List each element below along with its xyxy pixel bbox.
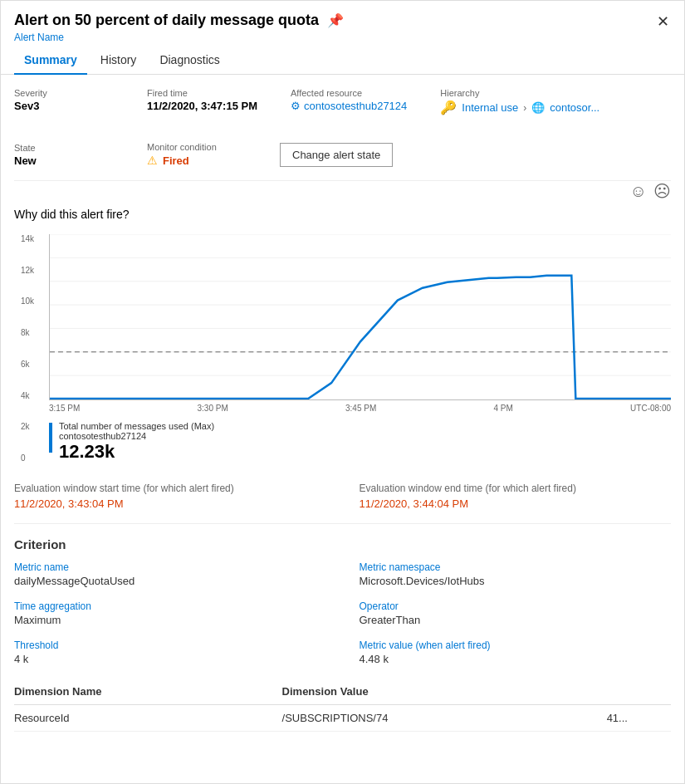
legend-title: Total number of messages used (Max) [59, 421, 214, 431]
x-axis: 3:15 PM 3:30 PM 3:45 PM 4 PM UTC-08:00 [49, 400, 671, 413]
eval-start-label: Evaluation window start time (for which … [14, 483, 326, 494]
metric-namespace-item: Metric namespace Microsoft.Devices/IotHu… [360, 561, 672, 587]
dim-col3-header [607, 679, 671, 705]
monitor-condition-value: Fired [163, 154, 189, 167]
threshold-label: Threshold [14, 639, 326, 651]
y-label-8k: 8k [21, 328, 46, 337]
metric-value-item: Metric value (when alert fired) 4.48 k [360, 639, 672, 665]
content-area: Severity Sev3 Fired time 11/2/2020, 3:47… [1, 75, 684, 745]
severity-item: Severity Sev3 [14, 88, 114, 112]
chart-title: Why did this alert fire? [14, 208, 671, 221]
severity-label: Severity [14, 88, 114, 98]
title-text: Alert on 50 percent of daily message quo… [14, 12, 319, 29]
affected-resource-item: Affected resource ⚙contosotesthub27124 [291, 88, 407, 112]
table-row: ResourceId /SUBSCRIPTIONS/74 41... [14, 705, 671, 732]
threshold-item: Threshold 4 k [14, 639, 326, 665]
alert-name-label: Alert Name [14, 32, 655, 43]
eval-start-value: 11/2/2020, 3:43:04 PM [14, 497, 326, 510]
time-aggregation-item: Time aggregation Maximum [14, 600, 326, 626]
dim-col1-header: Dimension Name [14, 679, 282, 705]
dim-extra-cell: 41... [607, 705, 671, 732]
feedback-row: ☺ ☹ [14, 181, 671, 201]
tab-summary[interactable]: Summary [14, 47, 87, 75]
operator-item: Operator GreaterThan [360, 600, 672, 626]
time-aggregation-value: Maximum [14, 614, 326, 626]
tab-diagnostics[interactable]: Diagnostics [149, 47, 229, 75]
operator-label: Operator [360, 600, 672, 612]
x-label-345: 3:45 PM [345, 404, 376, 413]
info-row-1: Severity Sev3 Fired time 11/2/2020, 3:47… [14, 88, 671, 125]
criterion-title: Criterion [14, 537, 671, 551]
operator-value: GreaterThan [360, 614, 672, 626]
eval-end-label: Evaluation window end time (for which al… [360, 483, 672, 494]
eval-start: Evaluation window start time (for which … [14, 483, 326, 510]
metric-value-value: 4.48 k [360, 653, 672, 665]
legend-bar [49, 423, 52, 453]
monitor-condition-item: Monitor condition ⚠ Fired [147, 142, 247, 167]
dimension-table: Dimension Name Dimension Value ResourceI… [14, 679, 671, 732]
monitor-condition-label: Monitor condition [147, 142, 247, 152]
y-label-14k: 14k [21, 234, 46, 243]
alert-panel: Alert on 50 percent of daily message quo… [0, 0, 685, 784]
globe-icon: 🌐 [531, 101, 545, 114]
criterion-section: Criterion Metric name dailyMessageQuotaU… [14, 537, 671, 665]
dim-value-cell: /SUBSCRIPTIONS/74 [282, 705, 607, 732]
chart-svg [50, 234, 671, 399]
x-label-330: 3:30 PM [198, 404, 228, 413]
chevron-right-icon: › [523, 102, 526, 114]
metric-value-label: Metric value (when alert fired) [360, 639, 672, 651]
hierarchy-item2[interactable]: contosor... [550, 101, 599, 114]
title-area: Alert on 50 percent of daily message quo… [14, 11, 655, 43]
hierarchy-label: Hierarchy [440, 88, 599, 98]
y-label-10k: 10k [21, 296, 46, 306]
close-icon[interactable]: ✕ [655, 11, 671, 32]
chart-container: 14k 12k 10k 8k 6k 4k 2k 0 [21, 234, 671, 463]
panel-header: Alert on 50 percent of daily message quo… [1, 1, 684, 47]
metric-name-value: dailyMessageQuotaUsed [14, 575, 326, 587]
x-label-4pm: 4 PM [494, 404, 513, 413]
state-value: New [14, 154, 114, 167]
fired-time-value: 11/2/2020, 3:47:15 PM [147, 100, 257, 112]
affected-resource-label: Affected resource [291, 88, 407, 98]
severity-value: Sev3 [14, 100, 114, 112]
legend-value: 12.23k [59, 441, 214, 463]
hierarchy-value: 🔑 Internal use › 🌐 contosor... [440, 100, 599, 115]
metric-namespace-value: Microsoft.Devices/IotHubs [360, 575, 672, 587]
y-axis: 14k 12k 10k 8k 6k 4k 2k 0 [21, 234, 46, 463]
affected-resource-value[interactable]: ⚙contosotesthub27124 [291, 100, 407, 112]
eval-end: Evaluation window end time (for which al… [360, 483, 672, 510]
metric-namespace-label: Metric namespace [360, 561, 672, 573]
key-icon: 🔑 [440, 100, 457, 115]
y-label-12k: 12k [21, 266, 46, 275]
legend-subtitle: contosotesthub27124 [59, 431, 214, 441]
eval-end-value: 11/2/2020, 3:44:04 PM [360, 497, 672, 510]
warning-icon: ⚠ [147, 154, 158, 167]
state-item: State New [14, 143, 114, 167]
hierarchy-item1[interactable]: Internal use [462, 101, 518, 114]
criterion-grid: Metric name dailyMessageQuotaUsed Metric… [14, 561, 671, 665]
metric-name-label: Metric name [14, 561, 326, 573]
metric-name-item: Metric name dailyMessageQuotaUsed [14, 561, 326, 587]
dim-name-cell: ResourceId [14, 705, 282, 732]
tab-history[interactable]: History [91, 47, 147, 75]
x-label-utc: UTC-08:00 [630, 404, 671, 413]
monitor-condition-value-row: ⚠ Fired [147, 154, 247, 167]
chart-legend: Total number of messages used (Max) cont… [49, 421, 671, 463]
chart-section: Why did this alert fire? 14k 12k 10k 8k … [14, 208, 671, 463]
tabs-container: Summary History Diagnostics [1, 47, 684, 75]
thumbs-up-icon[interactable]: ☺ [630, 181, 647, 201]
evaluation-section: Evaluation window start time (for which … [14, 483, 671, 524]
state-label: State [14, 143, 114, 153]
y-label-6k: 6k [21, 360, 46, 369]
dim-col2-header: Dimension Value [282, 679, 607, 705]
change-alert-state-button[interactable]: Change alert state [280, 143, 393, 167]
thumbs-down-icon[interactable]: ☹ [653, 181, 671, 201]
y-label-0: 0 [21, 453, 46, 463]
panel-title: Alert on 50 percent of daily message quo… [14, 11, 655, 30]
fired-time-item: Fired time 11/2/2020, 3:47:15 PM [147, 88, 257, 112]
pin-icon[interactable]: 📌 [325, 11, 345, 30]
legend-text-area: Total number of messages used (Max) cont… [59, 421, 214, 463]
fired-time-label: Fired time [147, 88, 257, 98]
y-label-2k: 2k [21, 422, 46, 431]
hierarchy-item: Hierarchy 🔑 Internal use › 🌐 contosor... [440, 88, 599, 115]
